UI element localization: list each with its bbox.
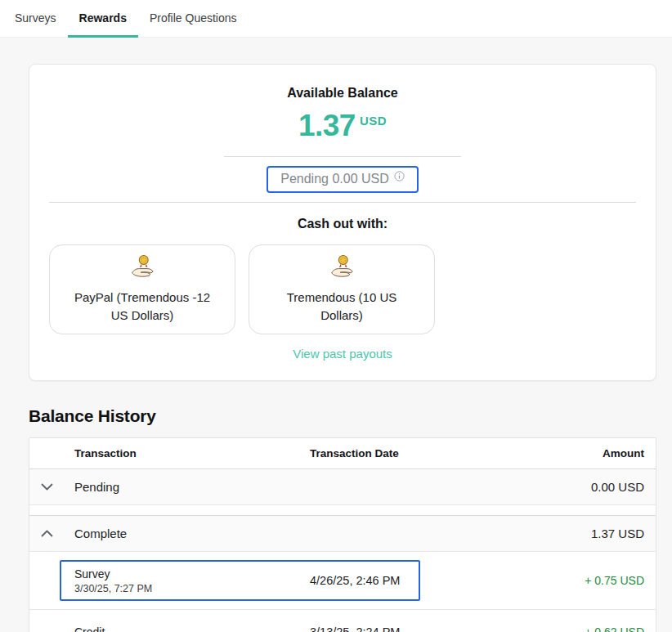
balance-history-table: Transaction Transaction Date Amount Pend… (29, 437, 656, 632)
transaction-amount: + 0.62 USD (500, 625, 656, 632)
column-header-transaction-date: Transaction Date (310, 447, 500, 459)
chevron-up-icon[interactable] (29, 530, 74, 537)
column-header-amount: Amount (500, 447, 656, 459)
transaction-date: 3/13/25, 2:24 PM (310, 625, 500, 632)
hand-coin-icon (129, 254, 155, 283)
info-icon[interactable] (394, 170, 405, 185)
payout-button-label: PayPal (Tremendous -12 US Dollars) (65, 289, 220, 325)
payout-options: PayPal (Tremendous -12 US Dollars) Treme… (29, 244, 656, 334)
tab-surveys[interactable]: Surveys (15, 0, 68, 38)
transaction-amount: + 0.75 USD (500, 574, 656, 587)
group-amount: 1.37 USD (500, 527, 656, 540)
chevron-down-icon[interactable] (29, 483, 74, 491)
view-past-payouts-link[interactable]: View past payouts (29, 347, 656, 361)
divider (49, 202, 636, 203)
tab-profile-questions[interactable]: Profile Questions (138, 0, 249, 38)
group-row-pending[interactable]: Pending 0.00 USD (29, 468, 656, 504)
divider (224, 156, 461, 157)
transaction-subtext: 3/30/25, 7:27 PM (74, 583, 310, 594)
balance-currency: USD (360, 114, 387, 128)
table-row-survey[interactable]: Survey 3/30/25, 7:27 PM 4/26/25, 2:46 PM… (29, 551, 656, 609)
column-header-transaction: Transaction (74, 447, 310, 459)
pending-balance-box[interactable]: Pending 0.00 USD (267, 166, 419, 193)
transaction-type: Survey (74, 567, 310, 580)
tab-bar: Surveys Rewards Profile Questions (0, 0, 672, 38)
group-spacer (29, 504, 656, 515)
group-amount: 0.00 USD (500, 480, 656, 494)
available-balance-title: Available Balance (29, 86, 656, 101)
payout-button-paypal[interactable]: PayPal (Tremendous -12 US Dollars) (49, 244, 235, 334)
tab-rewards[interactable]: Rewards (68, 0, 138, 38)
group-label: Pending (74, 480, 310, 494)
balance-history-title: Balance History (29, 406, 656, 426)
cash-out-title: Cash out with: (29, 217, 656, 231)
page-content: Available Balance 1.37USD Pending 0.00 U… (0, 38, 672, 632)
pending-balance-label: Pending 0.00 USD (280, 172, 389, 186)
table-header-row: Transaction Transaction Date Amount (29, 438, 656, 468)
transaction-date: 4/26/25, 2:46 PM (310, 574, 500, 587)
table-row-credit[interactable]: Credit 3/13/25, 2:24 PM + 0.62 USD (29, 609, 656, 632)
balance-card: Available Balance 1.37USD Pending 0.00 U… (29, 64, 656, 381)
group-label: Complete (74, 527, 310, 540)
transaction-type: Credit (74, 625, 310, 632)
balance-value: 1.37 (298, 109, 356, 142)
hand-coin-icon (329, 254, 355, 283)
available-balance-amount: 1.37USD (29, 109, 656, 143)
group-row-complete[interactable]: Complete 1.37 USD (29, 515, 656, 551)
payout-button-label: Tremendous (10 US Dollars) (264, 289, 419, 325)
payout-button-tremendous[interactable]: Tremendous (10 US Dollars) (249, 244, 435, 334)
